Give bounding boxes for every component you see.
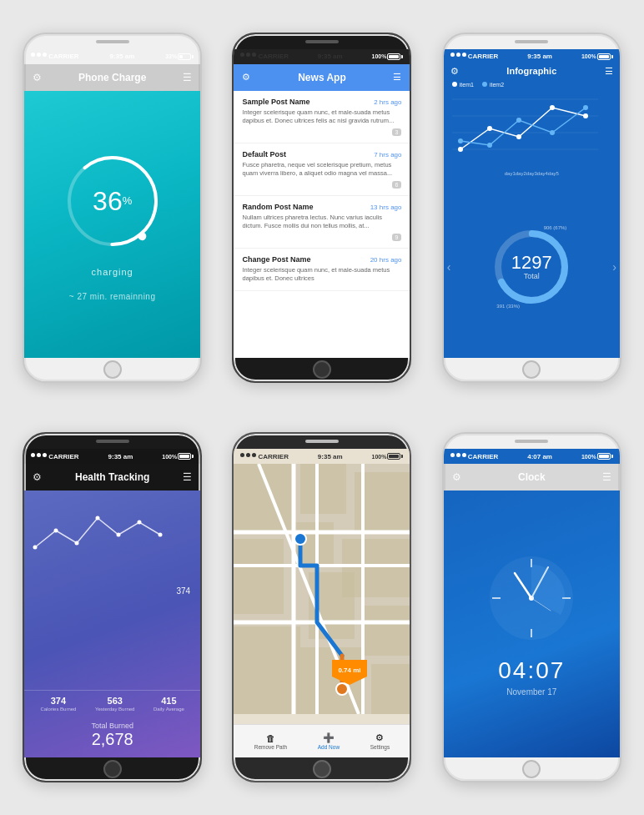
p3-batt-fill bbox=[599, 55, 609, 58]
news-item-1[interactable]: Default Post 7 hrs ago Fusce pharetra, n… bbox=[234, 143, 410, 196]
post1-title: Default Post bbox=[242, 150, 286, 158]
home-button2[interactable] bbox=[313, 360, 331, 379]
info-title: Infographic bbox=[506, 66, 556, 76]
info-menu[interactable]: ☰ bbox=[605, 66, 613, 77]
add-now-btn[interactable]: ➕ Add Now bbox=[318, 732, 340, 750]
info-gear[interactable]: ⚙ bbox=[450, 66, 459, 77]
phone3: CARRIER 9:35 am 100% ⚙ Infographic ☰ bbox=[442, 33, 621, 383]
phone4-wrapper: CARRIER 9:35 am 100% ⚙ Health Tracking ☰ bbox=[15, 415, 209, 801]
svg-point-21 bbox=[75, 541, 79, 546]
clock-menu[interactable]: ☰ bbox=[602, 471, 611, 483]
post3-time: 20 hrs ago bbox=[370, 256, 402, 264]
donut-arrow-right[interactable]: › bbox=[612, 260, 616, 274]
stat-item-1: 563 Yesterday Burned bbox=[95, 696, 134, 712]
donut-num: 1297 bbox=[511, 254, 552, 272]
phone3-top bbox=[444, 34, 620, 49]
signal-dot3 bbox=[43, 53, 47, 57]
remove-path-btn[interactable]: 🗑 Remove Path bbox=[254, 733, 287, 750]
phone1-signal: CARRIER bbox=[31, 53, 78, 60]
p4-batt-fill bbox=[179, 455, 189, 458]
home-button5[interactable] bbox=[313, 760, 331, 778]
gear-icon[interactable]: ⚙ bbox=[33, 72, 42, 83]
donut-center: 1297 Total bbox=[511, 254, 552, 280]
svg-point-45 bbox=[294, 533, 306, 545]
home-button3[interactable] bbox=[522, 360, 541, 379]
home-button6[interactable] bbox=[522, 760, 541, 778]
clock-title: Clock bbox=[461, 471, 602, 483]
home-button4[interactable] bbox=[103, 760, 122, 778]
phone1-top bbox=[24, 34, 200, 49]
info-legend: item1 item2 bbox=[444, 78, 512, 91]
news-item-0[interactable]: Sample Post Name 2 hrs ago Integer scele… bbox=[234, 91, 410, 143]
p4-signal: CARRIER bbox=[31, 453, 78, 460]
clock-screen: 04:07 November 17 bbox=[444, 491, 620, 757]
batt2-fill bbox=[389, 55, 399, 58]
phone4-header: ⚙ Health Tracking ☰ bbox=[24, 464, 200, 491]
batt2-tip bbox=[401, 55, 403, 58]
health-gear[interactable]: ⚙ bbox=[33, 471, 42, 483]
post0-body: Integer scelerisque quam nunc, et male-s… bbox=[242, 108, 401, 126]
health-menu[interactable]: ☰ bbox=[183, 471, 192, 483]
signal-dot1 bbox=[31, 53, 35, 57]
menu-icon[interactable]: ☰ bbox=[183, 72, 192, 83]
post2-body: Nullam ultrices pharetra lectus. Nunc va… bbox=[242, 214, 401, 231]
phone4-top bbox=[24, 434, 200, 449]
svg-rect-35 bbox=[363, 606, 410, 656]
settings-btn[interactable]: ⚙ Settings bbox=[370, 732, 390, 750]
p6-batt-body bbox=[597, 453, 611, 460]
clock-date: November 17 bbox=[506, 687, 556, 697]
clock-svg bbox=[486, 552, 577, 644]
news-menu[interactable]: ☰ bbox=[393, 72, 401, 83]
svg-point-22 bbox=[96, 516, 100, 521]
svg-point-20 bbox=[54, 529, 58, 533]
news-item-header-3: Change Post Name 20 hrs ago bbox=[242, 255, 401, 264]
p4-carrier: CARRIER bbox=[48, 453, 78, 460]
phone6-bottom bbox=[444, 757, 620, 781]
clock-gear[interactable]: ⚙ bbox=[452, 471, 461, 483]
phone5-speaker bbox=[305, 440, 339, 443]
home-button1[interactable] bbox=[103, 360, 122, 379]
svg-rect-28 bbox=[300, 464, 346, 514]
p4-batt-pct: 100% bbox=[162, 454, 177, 460]
svg-point-8 bbox=[487, 126, 492, 131]
batt2-pct: 100% bbox=[372, 53, 387, 59]
svg-point-25 bbox=[158, 533, 163, 537]
news-item-3[interactable]: Change Post Name 20 hrs ago Integer scel… bbox=[234, 249, 410, 291]
donut-arrow-left[interactable]: ‹ bbox=[447, 260, 451, 274]
map-svg: 0.74 mi bbox=[234, 464, 410, 714]
legend-label1: item1 bbox=[460, 82, 474, 88]
svg-point-9 bbox=[516, 134, 521, 139]
p4-batt-body bbox=[178, 453, 191, 460]
p6-batt-fill bbox=[599, 455, 609, 458]
svg-point-14 bbox=[516, 118, 521, 123]
phone4-content: 374 374 Calories Burned 563 Yesterday Bu… bbox=[24, 491, 200, 757]
svg-point-11 bbox=[583, 113, 588, 118]
p3-carrier: CARRIER bbox=[468, 53, 498, 60]
p6-battery: 100% bbox=[581, 453, 613, 460]
total-num: 2,678 bbox=[31, 730, 194, 749]
phone2-wrapper: CARRIER 9:35 am 100% ⚙ News App ☰ bbox=[224, 15, 419, 400]
legend-dot1 bbox=[452, 82, 457, 87]
svg-point-10 bbox=[550, 105, 555, 110]
post3-body: Integer scelerisque quam nunc, et male-s… bbox=[242, 266, 401, 284]
p5-batt-fill bbox=[389, 455, 399, 458]
news-item-2[interactable]: Random Post Name 13 hrs ago Nullam ultri… bbox=[234, 196, 410, 249]
phone5-top bbox=[234, 434, 410, 449]
phone6: CARRIER 4:07 am 100% ⚙ Clock ☰ bbox=[442, 432, 621, 782]
p5-batt-tip bbox=[401, 455, 403, 458]
charge-unit: % bbox=[123, 194, 133, 207]
p3-dot2 bbox=[456, 53, 460, 57]
stat0-val: 374 bbox=[40, 696, 76, 706]
time-text: 9:35 am bbox=[109, 53, 134, 60]
post2-title: Random Post Name bbox=[242, 203, 313, 211]
post0-badge: 3 bbox=[392, 128, 402, 136]
phone6-content: 04:07 November 17 bbox=[444, 491, 620, 757]
p3-batt-pct: 100% bbox=[581, 53, 596, 59]
charge-time: ~ 27 min. remainning bbox=[69, 292, 156, 301]
main-grid: CARRIER 9:35 am 33% ⚙ Phone Charge ☰ bbox=[0, 0, 644, 815]
p4-dot2 bbox=[37, 453, 41, 457]
stat2-lbl: Daily Average bbox=[153, 707, 184, 712]
news-gear[interactable]: ⚙ bbox=[242, 72, 250, 83]
stat0-lbl: Calories Burned bbox=[40, 707, 76, 712]
p5-time: 9:35 am bbox=[318, 453, 343, 460]
